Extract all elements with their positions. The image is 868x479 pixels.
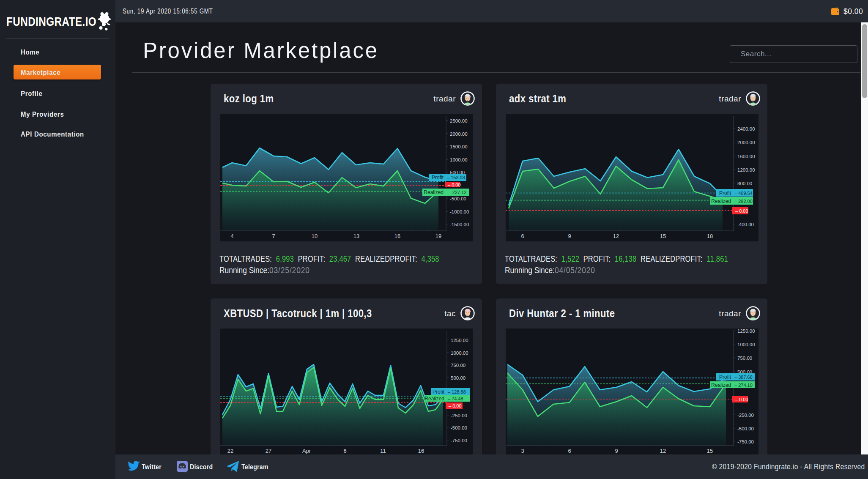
svg-text:12: 12 [660, 448, 666, 454]
svg-text:27: 27 [266, 448, 271, 454]
svg-text:-750.00: -750.00 [737, 439, 754, 444]
svg-text:– 0.00: – 0.00 [448, 182, 461, 187]
svg-text:15: 15 [707, 448, 713, 454]
svg-text:2400.00: 2400.00 [737, 126, 755, 131]
svg-text:16: 16 [418, 448, 424, 454]
svg-text:2000.00: 2000.00 [737, 140, 755, 145]
svg-text:11: 11 [380, 448, 386, 454]
svg-text:2000.00: 2000.00 [450, 131, 468, 137]
svg-text:– 0.00: – 0.00 [735, 208, 748, 213]
svg-text:13: 13 [353, 233, 359, 239]
svg-text:750.00: 750.00 [737, 356, 752, 361]
svg-text:– -227.12: – -227.12 [447, 190, 466, 195]
svg-text:-1500.00: -1500.00 [450, 222, 469, 227]
svg-text:Apr: Apr [302, 448, 311, 454]
svg-text:-1000.00: -1000.00 [450, 209, 469, 214]
svg-text:Realized: Realized [424, 189, 444, 195]
svg-text:– 292.00: – 292.00 [734, 199, 753, 204]
svg-text:7: 7 [272, 233, 275, 239]
svg-text:4: 4 [230, 233, 233, 239]
svg-text:-500.00: -500.00 [450, 196, 466, 201]
svg-text:15: 15 [660, 233, 666, 239]
svg-text:– 409.54: – 409.54 [734, 191, 753, 196]
svg-text:– 128.88: – 128.88 [448, 389, 466, 394]
svg-text:10: 10 [312, 233, 318, 239]
svg-text:– 74.48: – 74.48 [448, 396, 463, 401]
svg-text:Profit: Profit [719, 190, 731, 196]
svg-text:1500.00: 1500.00 [450, 144, 468, 149]
svg-text:750.00: 750.00 [451, 363, 465, 368]
svg-text:Profit: Profit [719, 374, 731, 380]
svg-text:1000.00: 1000.00 [737, 342, 755, 347]
svg-text:9: 9 [615, 448, 618, 454]
svg-text:-500.00: -500.00 [737, 426, 754, 431]
svg-text:2500.00: 2500.00 [450, 118, 468, 123]
svg-text:9: 9 [568, 233, 571, 239]
svg-text:-500.00: -500.00 [451, 425, 467, 430]
svg-text:18: 18 [707, 233, 713, 239]
svg-text:1000.00: 1000.00 [450, 157, 468, 162]
svg-text:12: 12 [613, 233, 619, 239]
svg-text:– 387.68: – 387.68 [734, 375, 753, 380]
svg-text:6: 6 [568, 448, 571, 454]
svg-text:800.00: 800.00 [737, 181, 752, 186]
svg-text:Realized: Realized [711, 382, 731, 388]
svg-text:6: 6 [521, 233, 524, 239]
svg-text:1600.00: 1600.00 [737, 154, 755, 159]
svg-text:1250.00: 1250.00 [737, 328, 755, 334]
svg-text:– 0.00: – 0.00 [449, 403, 462, 408]
svg-text:1000.00: 1000.00 [451, 350, 468, 356]
svg-text:1250.00: 1250.00 [451, 338, 468, 343]
svg-text:Realized: Realized [424, 396, 444, 402]
svg-text:19: 19 [435, 233, 441, 239]
svg-text:– 0.00: – 0.00 [735, 397, 748, 402]
svg-text:500.00: 500.00 [451, 375, 465, 380]
svg-text:– 153.03: – 153.03 [447, 175, 465, 180]
svg-text:Profit: Profit [433, 389, 445, 395]
svg-text:22: 22 [227, 448, 233, 454]
svg-text:-250.00: -250.00 [737, 413, 754, 418]
svg-text:Realized: Realized [711, 198, 731, 204]
svg-text:3: 3 [521, 448, 524, 454]
svg-text:-250.00: -250.00 [451, 413, 467, 418]
svg-text:6: 6 [343, 448, 346, 454]
svg-text:-400.00: -400.00 [737, 222, 754, 227]
svg-text:1200.00: 1200.00 [737, 167, 755, 172]
svg-text:16: 16 [394, 233, 400, 239]
svg-text:Profit: Profit [432, 175, 444, 181]
svg-text:– 274.10: – 274.10 [734, 383, 753, 388]
svg-text:-750.00: -750.00 [451, 438, 467, 443]
